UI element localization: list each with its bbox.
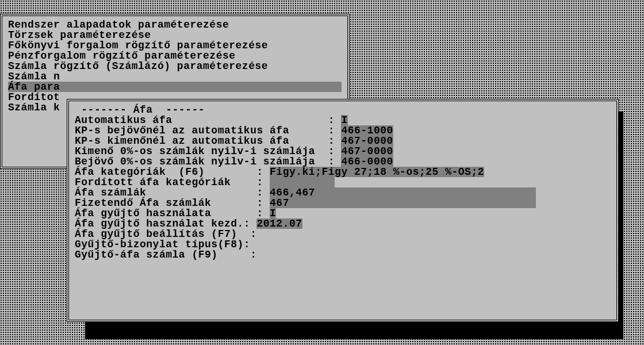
afa-label-12: Gyűjtő-bizonylat típus(F8):: [75, 239, 250, 250]
menu-item-4[interactable]: Számla rögzítő (Számlázó) paraméterezése: [8, 61, 342, 71]
menu-item-5[interactable]: Számla n: [8, 71, 342, 82]
afa-value-4[interactable]: 466-0000: [341, 156, 393, 167]
afa-label-0: Automatikus áfa :: [75, 114, 341, 126]
afa-value-9[interactable]: I: [270, 208, 276, 218]
afa-row-4: Bejövő 0%-os számlák nyilv-i számlája : …: [75, 156, 611, 167]
afa-row-13: Gyűjtő-áfa számla (F9) :: [75, 250, 611, 260]
afa-row-10: Áfa gyűjtő használat kezd.: 2012.07: [75, 218, 611, 229]
afa-value-8[interactable]: 467: [270, 198, 289, 208]
menu-item-1[interactable]: Törzsek paraméterezése: [8, 30, 342, 40]
afa-label-6: Fordított áfa kategóriák :: [75, 177, 270, 188]
afa-row-0: Automatikus áfa : I: [75, 115, 611, 125]
menu-item-6[interactable]: Áfa para: [8, 82, 342, 92]
menu-item-0[interactable]: Rendszer alapadatok paraméterezése: [8, 20, 342, 30]
afa-value-10[interactable]: 2012.07: [256, 218, 302, 229]
afa-label-9: Áfa gyűjtő használata :: [75, 208, 270, 219]
afa-value-7[interactable]: 466,467: [270, 187, 315, 198]
afa-dialog-title: ------- Áfa ------: [75, 105, 611, 115]
menu-item-3[interactable]: Pénzforgalom rögzítő paraméterezése: [8, 51, 342, 61]
afa-value-5[interactable]: Figy.ki;Figy 27;18 %-os;25 %-OS;2: [270, 167, 484, 177]
afa-value-0[interactable]: I: [341, 115, 347, 125]
afa-value-2[interactable]: 467-0000: [341, 136, 393, 146]
afa-row-12: Gyűjtő-bizonylat típus(F8):: [75, 239, 611, 250]
afa-label-5: Áfa kategóriák (F6) :: [75, 166, 270, 178]
afa-row-6: Fordított áfa kategóriák :: [75, 177, 611, 187]
afa-row-2: KP-s kimenőnél az automatikus áfa : 467-…: [75, 136, 611, 146]
afa-label-10: Áfa gyűjtő használat kezd.:: [75, 218, 256, 229]
afa-row-8: Fizetendő Áfa számlák : 467: [75, 198, 611, 208]
afa-label-8: Fizetendő Áfa számlák :: [75, 197, 270, 209]
afa-row-11: Áfa gyűjtő beállítás (F7) :: [75, 229, 611, 239]
afa-value-1[interactable]: 466-1000: [341, 125, 393, 136]
afa-dialog-body: ------- Áfa ------Automatikus áfa : IKP-…: [67, 99, 619, 266]
afa-value-pad-8: [289, 198, 536, 208]
afa-label-7: Áfa számlák :: [75, 187, 270, 198]
afa-value-6[interactable]: [270, 177, 335, 187]
afa-row-5: Áfa kategóriák (F6) : Figy.ki;Figy 27;18…: [75, 167, 611, 177]
afa-row-1: KP-s bejövőnél az automatikus áfa : 466-…: [75, 125, 611, 136]
afa-label-11: Áfa gyűjtő beállítás (F7) :: [75, 228, 256, 240]
afa-row-9: Áfa gyűjtő használata : I: [75, 208, 611, 218]
afa-label-4: Bejövő 0%-os számlák nyilv-i számlája :: [75, 156, 341, 167]
afa-label-1: KP-s bejövőnél az automatikus áfa :: [75, 125, 341, 136]
menu-item-2[interactable]: Főkönyvi forgalom rögzítő paraméterezése: [8, 40, 342, 51]
afa-dialog: ------- Áfa ------Automatikus áfa : IKP-…: [67, 99, 619, 322]
afa-label-13: Gyűjtő-áfa számla (F9) :: [75, 249, 256, 260]
afa-value-pad-7: [315, 187, 536, 198]
afa-label-2: KP-s kimenőnél az automatikus áfa :: [75, 135, 341, 147]
afa-value-3[interactable]: 467-0000: [341, 146, 393, 156]
afa-label-3: Kimenő 0%-os számlák nyilv-i számlája :: [75, 145, 341, 157]
afa-row-7: Áfa számlák : 466,467: [75, 187, 611, 198]
afa-row-3: Kimenő 0%-os számlák nyilv-i számlája : …: [75, 146, 611, 156]
